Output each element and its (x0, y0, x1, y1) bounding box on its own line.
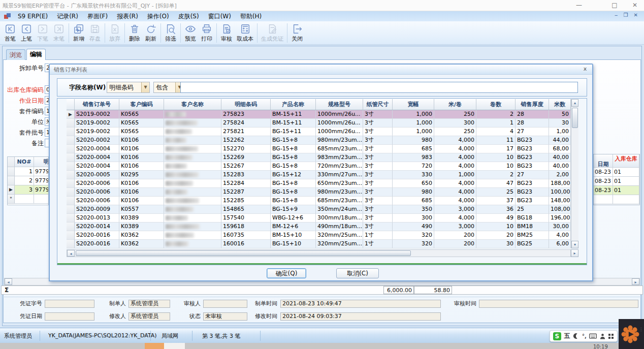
scroll-right-icon[interactable]: ▸ (571, 249, 578, 257)
field-input-1[interactable]: 2 (45, 64, 49, 72)
scroll-left-icon[interactable]: ◂ (5, 278, 12, 285)
order-row[interactable]: S2020-0006K0106152287BG-15+8980mm/23um..… (67, 188, 578, 197)
sogou-s-icon[interactable]: S (553, 332, 561, 340)
scroll-thumb[interactable] (572, 108, 578, 128)
column-header[interactable]: 销售厚度 (516, 99, 549, 110)
footer-input-凭证日期[interactable] (45, 312, 94, 321)
order-row[interactable]: S2020-0005K0295152283BG-15+12330mm/27um.… (67, 171, 578, 179)
person-icon[interactable] (600, 333, 605, 339)
detail-row[interactable]: ▶397792 (8, 185, 48, 195)
menu-item-help[interactable]: 帮助(H) (236, 11, 266, 21)
chevron-down-icon[interactable]: ▼ (141, 82, 149, 92)
toolbar-refresh-button[interactable]: 刷新 (143, 23, 159, 43)
scroll-down-icon[interactable]: ▾ (571, 241, 578, 248)
detail-row[interactable]: 08-2301 (594, 186, 639, 195)
toolbar-close-doc-button[interactable]: 关闭 (289, 23, 305, 43)
punctuation-icon[interactable]: °, (582, 333, 587, 339)
menu-item-s9erp[interactable]: S9 ERP(E) (13, 11, 52, 21)
field-input-4[interactable]: 1 (45, 107, 49, 115)
detail-row[interactable]: 297792 (8, 176, 48, 185)
column-header[interactable]: 产品名称 (271, 99, 316, 110)
scroll-left-icon[interactable]: ◂ (67, 250, 75, 257)
dialog-close-icon[interactable]: x (581, 66, 589, 73)
footer-input-修改人[interactable]: 系统管理员 (128, 312, 170, 321)
scroll-up-icon[interactable]: ▴ (571, 99, 578, 107)
mdi-window-controls[interactable]: ‒ ❐ ✕ (615, 12, 640, 18)
operator-dropdown[interactable]: 包含 ▼ (153, 82, 184, 93)
order-row[interactable]: S2020-0004K0106152267BG-15+8720mm/23um..… (67, 162, 578, 171)
order-row[interactable]: S2020-0006K0106152284BG-15+8650mm/23um..… (67, 179, 578, 188)
field-name-dropdown[interactable]: 明细条码 ▼ (107, 82, 150, 93)
menu-item-records[interactable]: 记录(R) (52, 11, 83, 21)
cancel-button[interactable]: 取消(C) (336, 268, 379, 278)
new-row[interactable]: * (8, 195, 48, 204)
field-input-5[interactable]: 米 (45, 117, 49, 126)
order-row[interactable]: S2020-0016K0362160735BM-15+10320mm/25um.… (67, 231, 578, 240)
taskbar-active-app[interactable] (145, 343, 164, 349)
footer-input-制单人[interactable]: 系统管理员 (128, 300, 170, 308)
tab-edit[interactable]: 编辑 (26, 49, 46, 60)
floating-app-tile[interactable]: ⋮ (619, 319, 644, 349)
footer-input-凭证字号[interactable] (45, 300, 94, 308)
maximize-button[interactable]: □ (606, 0, 623, 11)
detail-row[interactable]: 08-2301 (594, 168, 639, 177)
toolbar-delete-button[interactable]: 删除 (126, 23, 143, 43)
order-row[interactable]: S2020-0004K0106152270BG-15+8685mm/23um..… (67, 145, 578, 153)
column-header[interactable]: 规格型号 (316, 99, 363, 110)
toolbar-first-record-button[interactable]: 首笔 (2, 23, 18, 43)
order-row[interactable]: S2020-0004K0106152269BG-15+8983mm/23um..… (67, 153, 578, 162)
chinese-mode-icon[interactable]: 五 (564, 332, 570, 340)
menu-item-operations[interactable]: 操作(O) (143, 11, 174, 21)
column-header[interactable]: 客户编码 (119, 99, 164, 110)
scroll-right-icon[interactable]: ▸ (632, 278, 639, 285)
tab-browse[interactable]: 浏览 (6, 49, 25, 60)
new-row[interactable] (594, 195, 639, 204)
grid-icon[interactable] (608, 333, 614, 339)
column-header[interactable]: 米数 (549, 99, 571, 110)
toolbar-print-button[interactable]: 打印 (199, 23, 215, 43)
menu-item-skins[interactable]: 皮肤(S) (174, 11, 204, 21)
order-row[interactable]: ▶S2019-0002K0565275823BM-15+111000mm/26u… (67, 110, 578, 119)
order-row[interactable]: S2020-0009K0557154865BG-15+9350mm/24um..… (67, 205, 578, 214)
field-input-2[interactable]: 0 (45, 85, 49, 94)
footer-input-审核时间[interactable] (479, 300, 638, 308)
toolbar-cost-button[interactable]: 取成本 (235, 23, 255, 43)
toolbar-preview-button[interactable]: 预览 (182, 23, 199, 43)
scroll-thumb[interactable] (76, 250, 411, 256)
toolbar-audit-button[interactable]: 审核 (218, 23, 235, 43)
menu-item-interface[interactable]: 界面(F) (83, 11, 112, 21)
toolbar-filter-button[interactable]: 筛选 (163, 23, 179, 43)
order-row[interactable]: S2020-0002K0106152262BG-15+8980mm/23um..… (67, 136, 578, 145)
half-moon-icon[interactable] (573, 333, 579, 339)
orders-grid-vscrollbar[interactable]: ▴ ▾ (571, 99, 578, 248)
footer-input-审核人[interactable] (203, 300, 247, 308)
order-row[interactable]: S2020-0014K0389159618BM-12+6490mm/18um..… (67, 223, 578, 231)
column-header[interactable]: 明细条码 (221, 99, 271, 110)
orders-grid-hscrollbar[interactable]: ◂ (67, 249, 571, 257)
close-button[interactable]: ✕ (626, 0, 643, 11)
footer-input-状态[interactable]: 未审核 (203, 312, 247, 321)
menu-item-reports[interactable]: 报表(R) (112, 11, 143, 21)
footer-input-制单时间[interactable]: 2021-08-23 10:49:47 (280, 300, 441, 308)
scroll-track[interactable] (75, 250, 570, 257)
taskbar-app[interactable] (164, 343, 185, 349)
toolbar-prev-record-button[interactable]: 上笔 (18, 23, 35, 43)
field-input-7[interactable] (45, 139, 49, 147)
order-row[interactable]: S2020-0013K0389157540WBG-12+6300mm/18um.… (67, 214, 578, 223)
detail-row[interactable]: 08-2301 (594, 177, 639, 186)
order-row[interactable]: S2020-0016K0362160016BG-15+10320mm/25um.… (67, 240, 578, 248)
minimize-button[interactable]: — (570, 0, 588, 11)
column-header[interactable]: 米/卷 (434, 99, 476, 110)
column-header[interactable]: 客户名称 (164, 99, 221, 110)
field-input-6[interactable]: 1 (45, 128, 49, 137)
detail-row[interactable]: 197792 (8, 167, 48, 176)
dialog-search-input[interactable] (180, 82, 578, 93)
order-row[interactable]: S2019-0002K0565275824BM-15+111000mm/26u.… (67, 119, 578, 128)
order-row[interactable]: S2020-0006K0106152285BG-15+8685mm/23um..… (67, 197, 578, 205)
keyboard-icon[interactable] (589, 333, 597, 339)
menu-item-window[interactable]: 窗口(W) (204, 11, 236, 21)
order-row[interactable]: S2019-0002K0565275821BG-15+111000mm/26u.… (67, 128, 578, 136)
column-header[interactable]: 纸管尺寸 (363, 99, 393, 110)
column-header[interactable]: 卷数 (476, 99, 516, 110)
column-header[interactable]: 宽幅 (393, 99, 434, 110)
